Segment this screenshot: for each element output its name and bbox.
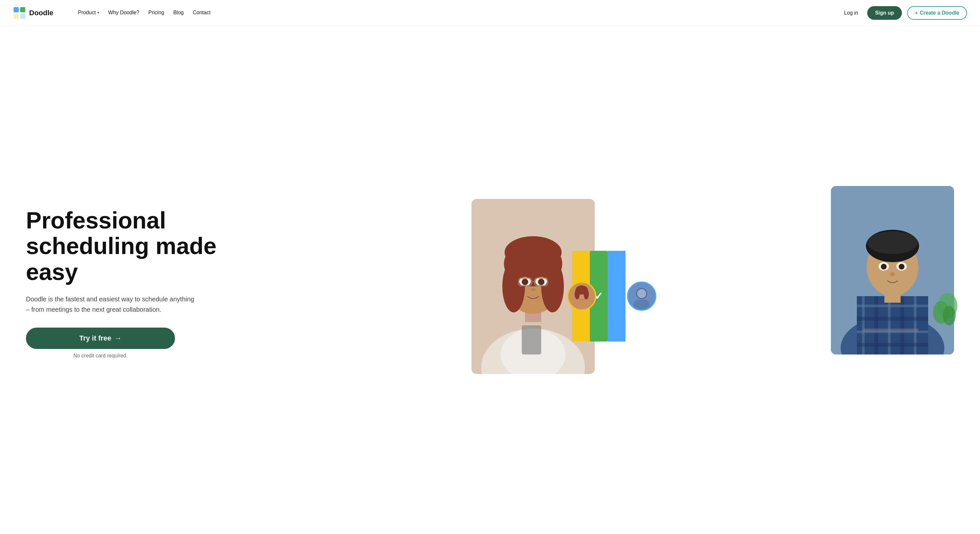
nav-left: Doodle Product ▾ Why Doodle? Pricing Blo…: [13, 0, 224, 26]
nav-item-why-doodle[interactable]: Why Doodle?: [108, 10, 139, 16]
plus-icon: +: [915, 10, 918, 16]
hero-description: Doodle is the fastest and easiest way to…: [26, 294, 194, 315]
avatar-left: [567, 281, 596, 311]
svg-point-12: [504, 236, 562, 269]
create-doodle-button[interactable]: + Create a Doodle: [907, 6, 967, 20]
chevron-down-icon: ▾: [97, 10, 99, 15]
svg-point-48: [867, 231, 918, 254]
navbar: Doodle Product ▾ Why Doodle? Pricing Blo…: [0, 0, 980, 26]
svg-point-27: [574, 289, 580, 299]
svg-rect-2: [14, 14, 19, 19]
svg-rect-0: [14, 7, 19, 12]
svg-rect-54: [863, 329, 918, 332]
svg-rect-25: [573, 301, 590, 310]
svg-rect-1: [20, 7, 25, 12]
avatar-right: [627, 281, 656, 311]
svg-point-10: [502, 261, 525, 312]
nav-item-pricing[interactable]: Pricing: [148, 10, 164, 16]
hero-left: Professional scheduling made easy Doodle…: [26, 208, 220, 359]
brand-name: Doodle: [29, 9, 54, 17]
svg-rect-21: [522, 325, 541, 354]
no-credit-label: No credit card required.: [26, 353, 175, 359]
hero-title: Professional scheduling made easy: [26, 208, 220, 285]
svg-point-57: [943, 306, 956, 325]
logo-icon: [13, 6, 26, 19]
nav-item-contact[interactable]: Contact: [193, 10, 211, 16]
hero-right: ✓: [471, 186, 954, 380]
svg-point-28: [584, 289, 589, 299]
svg-point-51: [881, 264, 887, 270]
svg-rect-32: [633, 300, 650, 310]
nav-item-blog[interactable]: Blog: [173, 10, 184, 16]
logo-link[interactable]: Doodle: [13, 6, 54, 19]
plant-decoration: [931, 283, 957, 333]
svg-rect-3: [20, 14, 25, 19]
svg-point-15: [522, 279, 528, 285]
svg-point-16: [538, 279, 544, 285]
login-button[interactable]: Log in: [840, 8, 862, 19]
try-free-button[interactable]: Try it free →: [26, 327, 175, 349]
nav-right: Log in Sign up + Create a Doodle: [840, 6, 967, 20]
arrow-icon: →: [115, 334, 122, 343]
nav-item-product[interactable]: Product ▾: [78, 10, 99, 16]
signup-button[interactable]: Sign up: [867, 6, 902, 20]
bar-blue: [608, 251, 625, 342]
svg-point-53: [890, 272, 895, 276]
svg-point-11: [541, 261, 564, 312]
svg-point-31: [637, 289, 646, 298]
hero-section: Professional scheduling made easy Doodle…: [0, 26, 980, 534]
svg-point-52: [899, 264, 905, 270]
nav-links: Product ▾ Why Doodle? Pricing Blog Conta…: [65, 0, 224, 26]
svg-point-20: [530, 288, 536, 291]
